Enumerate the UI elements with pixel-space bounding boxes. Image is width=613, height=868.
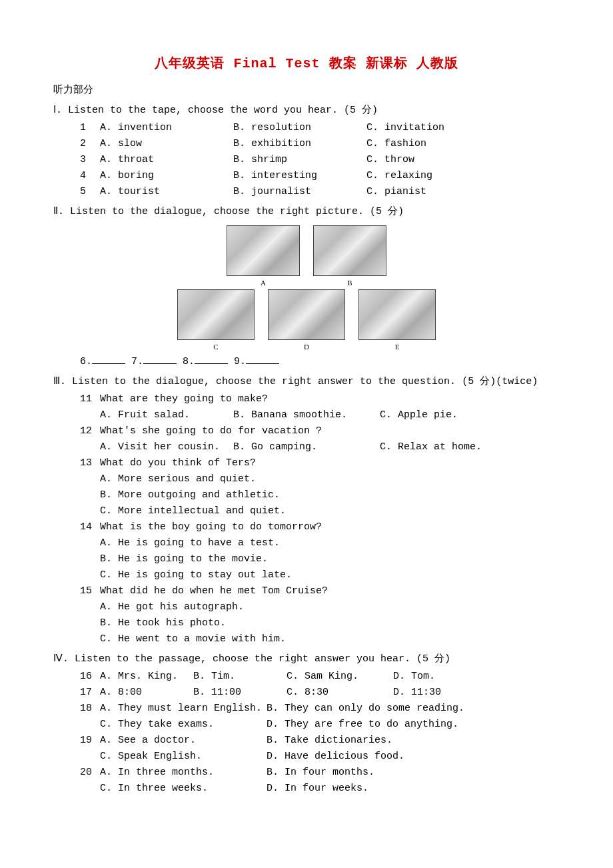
roman-1: Ⅰ. bbox=[53, 105, 62, 116]
q15-b: B. He took his photo. bbox=[53, 615, 560, 631]
section-3-instr: Listen to the dialogue, choose the right… bbox=[72, 376, 538, 387]
q15-c: C. He went to a movie with him. bbox=[53, 631, 560, 647]
q16-b: B. Tim. bbox=[193, 669, 287, 685]
q20-row2: C. In three weeks. D. In four weeks. bbox=[53, 781, 560, 797]
q3-row: 3 A. throat B. shrimp C. throw bbox=[53, 152, 560, 168]
section-1-instr: Listen to the tape, choose the word you … bbox=[68, 105, 378, 116]
q14-stem: What is the boy going to do tomorrow? bbox=[100, 521, 322, 533]
q3-opt-a: A. throat bbox=[100, 152, 233, 168]
blank-6 bbox=[92, 354, 125, 364]
q13-stem: What do you think of Ters? bbox=[100, 457, 256, 469]
section-2-header: Ⅱ. Listen to the dialogue, choose the ri… bbox=[53, 204, 560, 220]
q16-row: 16 A. Mrs. King. B. Tim. C. Sam King. D.… bbox=[53, 669, 560, 685]
q15-num: 15 bbox=[80, 583, 100, 599]
q4-opt-a: A. boring bbox=[100, 168, 233, 184]
q17-b: B. 11:00 bbox=[193, 685, 287, 701]
pic-label-d: D bbox=[268, 341, 345, 353]
q2-opt-b: B. exhibition bbox=[233, 136, 366, 152]
q1-row: 1 A. invention B. resolution C. invitati… bbox=[53, 120, 560, 136]
q4-opt-c: C. relaxing bbox=[366, 168, 500, 184]
q2-opt-c: C. fashion bbox=[366, 136, 500, 152]
q15-stem: What did he do when he met Tom Cruise? bbox=[100, 585, 328, 597]
q4-row: 4 A. boring B. interesting C. relaxing bbox=[53, 168, 560, 184]
q18-c: C. They take exams. bbox=[100, 717, 267, 733]
picture-e bbox=[358, 289, 436, 340]
q4-num: 4 bbox=[80, 168, 100, 184]
q15-stem-row: 15What did he do when he met Tom Cruise? bbox=[53, 583, 560, 599]
q4-opt-b: B. interesting bbox=[233, 168, 366, 184]
q12-a: A. Visit her cousin. bbox=[100, 439, 233, 455]
q18-num: 18 bbox=[80, 701, 100, 717]
q11-stem-row: 11What are they going to make? bbox=[53, 391, 560, 407]
section-2-instr: Listen to the dialogue, choose the right… bbox=[70, 206, 404, 217]
pic-label-c: C bbox=[177, 341, 255, 353]
q19-row: 19 A. See a doctor. B. Take dictionaries… bbox=[53, 733, 560, 749]
fill-blanks-row: 6. 7. 8. 9. bbox=[53, 354, 560, 370]
picture-area: A B C D E bbox=[53, 225, 560, 353]
q15-a: A. He got his autograph. bbox=[53, 599, 560, 615]
q14-b: B. He is going to the movie. bbox=[53, 551, 560, 567]
q1-num: 1 bbox=[80, 120, 100, 136]
q11-num: 11 bbox=[80, 391, 100, 407]
q13-a: A. More serious and quiet. bbox=[53, 471, 560, 487]
q1-opt-c: C. invitation bbox=[366, 120, 500, 136]
q20-c: C. In three weeks. bbox=[100, 781, 267, 797]
q2-num: 2 bbox=[80, 136, 100, 152]
picture-b bbox=[313, 225, 386, 276]
q20-num: 20 bbox=[80, 765, 100, 781]
listening-heading: 听力部分 bbox=[53, 83, 560, 99]
q5-opt-b: B. journalist bbox=[233, 184, 366, 200]
fill-7: 7. bbox=[131, 356, 143, 367]
q20-a: A. In three months. bbox=[100, 765, 267, 781]
roman-4: Ⅳ. bbox=[53, 653, 69, 665]
picture-c bbox=[177, 289, 255, 340]
blank-9 bbox=[246, 354, 279, 364]
q17-num: 17 bbox=[80, 685, 100, 701]
q16-num: 16 bbox=[80, 669, 100, 685]
q5-row: 5 A. tourist B. journalist C. pianist bbox=[53, 184, 560, 200]
q18-row2: C. They take exams. D. They are free to … bbox=[53, 717, 560, 733]
q13-b: B. More outgoing and athletic. bbox=[53, 487, 560, 503]
q19-c: C. Speak English. bbox=[100, 749, 267, 765]
q16-a: A. Mrs. King. bbox=[100, 669, 193, 685]
q19-row2: C. Speak English. D. Have delicious food… bbox=[53, 749, 560, 765]
q5-opt-a: A. tourist bbox=[100, 184, 233, 200]
q17-row: 17 A. 8:00 B. 11:00 C. 8:30 D. 11:30 bbox=[53, 685, 560, 701]
q12-num: 12 bbox=[80, 423, 100, 439]
page-title: 八年级英语 Final Test 教案 新课标 人教版 bbox=[53, 53, 560, 75]
q12-stem-row: 12What's she going to do for vacation ? bbox=[53, 423, 560, 439]
q11-c: C. Apple pie. bbox=[380, 407, 500, 423]
q11-opts: A. Fruit salad. B. Banana smoothie. C. A… bbox=[53, 407, 560, 423]
q14-a: A. He is going to have a test. bbox=[53, 535, 560, 551]
pic-label-a: A bbox=[227, 277, 300, 289]
q18-d: D. They are free to do anything. bbox=[267, 717, 480, 733]
q1-opt-b: B. resolution bbox=[233, 120, 366, 136]
q11-a: A. Fruit salad. bbox=[100, 407, 233, 423]
section-4-header: Ⅳ. Listen to the passage, choose the rig… bbox=[53, 651, 560, 667]
q3-num: 3 bbox=[80, 152, 100, 168]
q1-opt-a: A. invention bbox=[100, 120, 233, 136]
pic-label-b: B bbox=[313, 277, 386, 289]
q16-c: C. Sam King. bbox=[287, 669, 393, 685]
q18-row: 18 A. They must learn English. B. They c… bbox=[53, 701, 560, 717]
q18-a: A. They must learn English. bbox=[100, 701, 267, 717]
q20-row: 20 A. In three months. B. In four months… bbox=[53, 765, 560, 781]
q17-c: C. 8:30 bbox=[287, 685, 393, 701]
q14-num: 14 bbox=[80, 519, 100, 535]
q5-opt-c: C. pianist bbox=[366, 184, 500, 200]
q12-stem: What's she going to do for vacation ? bbox=[100, 425, 322, 437]
q3-opt-c: C. throw bbox=[366, 152, 500, 168]
blank-7 bbox=[143, 354, 177, 364]
q20-d: D. In four weeks. bbox=[267, 781, 480, 797]
q12-opts: A. Visit her cousin. B. Go camping. C. R… bbox=[53, 439, 560, 455]
q20-b: B. In four months. bbox=[267, 765, 480, 781]
q17-d: D. 11:30 bbox=[393, 685, 486, 701]
q16-d: D. Tom. bbox=[393, 669, 486, 685]
q19-b: B. Take dictionaries. bbox=[267, 733, 480, 749]
q2-opt-a: A. slow bbox=[100, 136, 233, 152]
blank-8 bbox=[195, 354, 228, 364]
pic-label-e: E bbox=[358, 341, 436, 353]
q17-a: A. 8:00 bbox=[100, 685, 193, 701]
q19-d: D. Have delicious food. bbox=[267, 749, 480, 765]
q11-stem: What are they going to make? bbox=[100, 393, 268, 405]
